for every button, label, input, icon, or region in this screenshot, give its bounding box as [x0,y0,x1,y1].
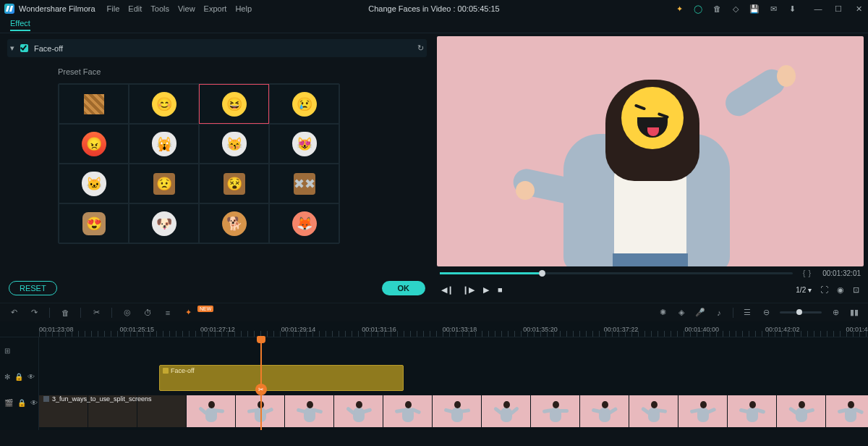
render-icon[interactable]: ✺ [658,308,668,317]
video-track[interactable] [39,395,868,427]
voice-icon[interactable]: 🎤 [695,308,705,317]
zoom-out-icon[interactable]: ⊖ [761,308,771,317]
menu-bar: File Edit Tools View Export Help [107,4,252,13]
adjust-icon[interactable]: ≡ [163,308,173,317]
preset-laugh[interactable]: 😆 [199,84,269,124]
preset-smile[interactable]: 😊 [129,84,199,124]
fit-icon[interactable]: ▮▮ [849,308,859,317]
audio-icon[interactable]: ♪ [714,308,724,317]
faceoff-checkbox[interactable] [20,44,28,52]
video-thumb[interactable] [433,395,482,427]
track-header-video[interactable]: 🎬🔒👁 [0,390,38,416]
play-button[interactable]: ▶ [483,285,489,295]
save-icon[interactable]: 💾 [749,4,760,14]
preset-box-dead[interactable]: ✖✖ [269,164,339,203]
refresh-icon[interactable]: ↻ [417,43,424,53]
settings-icon[interactable]: ⊡ [853,285,859,295]
marker-icon[interactable]: ◈ [676,308,686,317]
minimize-icon[interactable]: — [813,4,823,14]
account-icon[interactable]: ◇ [731,4,741,14]
undo-icon[interactable]: ↶ [9,308,19,317]
ok-button[interactable]: OK [382,281,426,295]
preset-dog[interactable]: 🐕 [199,203,269,243]
preset-cat-eyes[interactable]: 😻 [269,124,339,164]
preview-panel: {} 00:01:32:01 ◀❙ ❙▶ ▶ ■ 1/2 ▾ ⛶ ◉ ⊡ [434,33,868,303]
video-thumb[interactable] [482,395,531,427]
video-thumb[interactable] [531,395,580,427]
playhead-handle-icon[interactable] [257,336,265,343]
effect-tab[interactable]: Effect [10,19,30,31]
prev-frame-button[interactable]: ◀❙ [441,285,454,295]
menu-view[interactable]: View [178,4,195,13]
preset-cry[interactable]: 😢 [269,84,339,124]
fullscreen-icon[interactable]: ⛶ [820,285,828,294]
video-thumb[interactable] [383,395,433,427]
preset-cat-shout[interactable]: 🙀 [129,124,199,164]
preset-box-dizzy[interactable]: 😵 [199,164,269,203]
timeline-ruler[interactable]: 00:01:23:08 00:01:25:15 00:01:27:12 00:0… [0,321,868,337]
preset-angry[interactable]: 😠 [59,124,129,164]
zoom-in-icon[interactable]: ⊕ [830,308,841,317]
video-thumb[interactable] [629,395,678,427]
trash-icon[interactable]: 🗑 [712,4,722,14]
preset-grid: 😊 😆 😢 😠 🙀 😽 😻 🐱 😟 😵 ✖✖ 😍 🐶 🐕 🦊 [58,83,340,244]
track-header-top[interactable]: ⊞ [0,337,38,363]
video-thumb[interactable] [580,395,629,427]
transport-bar: ◀❙ ❙▶ ▶ ■ 1/2 ▾ ⛶ ◉ ⊡ [437,279,864,300]
preset-mosaic[interactable] [59,84,129,124]
new-badge: NEW [197,306,213,312]
stop-button[interactable]: ■ [498,285,503,294]
video-thumb[interactable] [826,395,868,427]
menu-edit[interactable]: Edit [128,4,142,13]
face-overlay-icon [621,87,684,149]
fx-track[interactable]: Face-off [39,365,868,392]
snapshot-icon[interactable]: ◉ [837,285,844,295]
video-thumb[interactable] [285,395,334,427]
project-title: Change Faces in Video : 00:05:45:15 [368,4,499,13]
preset-cat-sleep[interactable]: 😽 [199,124,269,164]
redo-icon[interactable]: ↷ [29,308,39,317]
video-thumb[interactable] [777,395,826,427]
track-area[interactable]: Face-off 3_fun_ways_to_use_split_screens… [39,337,868,430]
playhead[interactable]: ✂ [260,337,262,430]
collapse-icon[interactable]: ▾ [10,43,14,53]
reset-button[interactable]: RESET [9,281,57,295]
delete-icon[interactable]: 🗑 [60,308,70,317]
fx-clip[interactable]: Face-off [159,365,404,391]
video-thumb[interactable] [187,395,236,427]
preset-box-love[interactable]: 😍 [59,203,129,243]
video-thumb[interactable] [678,395,728,427]
zoom-slider[interactable] [780,311,822,314]
scrub-slider[interactable] [440,272,793,274]
preset-fox[interactable]: 🦊 [269,203,339,243]
cut-icon[interactable]: ✂ [91,308,101,317]
tips-icon[interactable]: ✦ [674,4,684,14]
speed-icon[interactable]: ⏱ [142,308,153,317]
titlebar-actions: ✦ ◯ 🗑 ◇ 💾 ✉ ⬇ — ☐ ✕ [674,4,864,14]
video-thumb[interactable] [334,395,383,427]
split-icon[interactable]: ✂ [255,384,267,395]
preset-cat-spiral[interactable]: 🐱 [59,164,129,203]
menu-tools[interactable]: Tools [150,4,169,13]
faceoff-header[interactable]: ▾ Face-off ↻ [7,39,427,57]
maximize-icon[interactable]: ☐ [833,4,843,14]
step-back-button[interactable]: ❙▶ [462,285,475,295]
support-icon[interactable]: ◯ [693,4,703,14]
video-thumb[interactable] [728,395,777,427]
mail-icon[interactable]: ✉ [768,4,778,14]
preset-label: Preset Face [58,67,427,76]
video-clip-label: 3_fun_ways_to_use_split_screens [52,395,152,403]
preset-box-sad[interactable]: 😟 [129,164,199,203]
close-icon[interactable]: ✕ [854,4,864,14]
download-icon[interactable]: ⬇ [787,4,797,14]
preview-ratio[interactable]: 1/2 ▾ [796,286,812,294]
preset-husky[interactable]: 🐶 [129,203,199,243]
wand-icon[interactable]: ✦ [183,308,193,317]
crop-icon[interactable]: ◎ [122,308,132,317]
track-header-fx[interactable]: ✻🔒👁 [0,363,38,390]
preview-viewport[interactable] [437,36,864,266]
menu-file[interactable]: File [107,4,120,13]
mixer-icon[interactable]: ☰ [742,308,752,317]
menu-help[interactable]: Help [235,4,252,13]
menu-export[interactable]: Export [204,4,227,13]
